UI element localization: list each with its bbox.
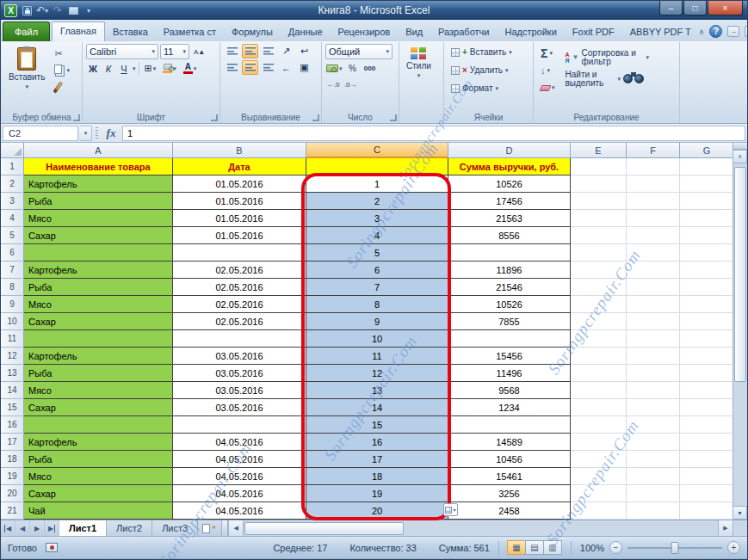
cell-revenue-row8[interactable]: 21546 [448,279,571,296]
cell-col-e-row13[interactable] [571,365,627,382]
column-header-F[interactable]: F [627,143,680,158]
column-header-C[interactable]: C [306,143,448,158]
column-header-B[interactable]: B [173,143,306,158]
next-sheet-button[interactable]: ▶ [30,520,45,536]
format-cells-button[interactable]: Формат▾ [448,80,516,96]
cell-product-row15[interactable]: Сахар [24,399,173,416]
cell-col-e-row14[interactable] [571,382,627,399]
page-break-view-button[interactable]: ▥ [543,540,562,555]
horizontal-scroll-thumb[interactable] [244,522,404,535]
close-button[interactable]: × [708,1,743,15]
row-header-6[interactable]: 6 [1,244,24,262]
cell-product-row18[interactable]: Рыба [24,451,173,468]
cell-col-e-row19[interactable] [571,468,627,485]
italic-button[interactable]: К [102,61,115,76]
cell-date-row7[interactable]: 02.05.2016 [173,262,306,279]
cell-col-g-row9[interactable] [680,296,734,313]
cell-date-row6[interactable] [173,244,306,262]
cell-col-g-row16[interactable] [680,416,734,434]
cell-number-row8[interactable]: 7 [306,279,448,296]
align-left-button[interactable] [224,60,240,75]
row-header-15[interactable]: 15 [1,399,24,416]
decrease-decimal-button[interactable]: .0→ [343,77,358,92]
font-size-select[interactable]: 11▾ [160,44,189,59]
select-all-corner[interactable] [1,143,24,158]
cell-col-f-row8[interactable] [627,279,680,296]
cell-col-g-row13[interactable] [680,365,734,382]
cell-date-row4[interactable]: 01.05.2016 [173,210,306,227]
cell-number-row13[interactable]: 12 [306,365,448,382]
cell-product-row5[interactable]: Сахар [24,227,173,244]
row-header-11[interactable]: 11 [1,330,24,348]
cell-col-e-row18[interactable] [571,451,627,468]
zoom-level[interactable]: 100% [580,543,604,553]
cell-revenue-row7[interactable]: 11896 [448,262,571,279]
cell-product-row12[interactable]: Картофель [24,348,173,365]
cell-product-row11[interactable] [24,330,173,348]
tab-Вид[interactable]: Вид [398,22,430,41]
cell-col-e-row9[interactable] [571,296,627,313]
cell-number-row18[interactable]: 17 [306,451,448,468]
styles-button[interactable]: Стили ▾ [403,44,435,80]
cell-number-row11[interactable]: 10 [306,330,448,348]
cell-col-e-row4[interactable] [571,210,627,227]
cell-col-e-row21[interactable] [571,502,627,520]
cell-col-f-row9[interactable] [627,296,680,313]
cell-number-row7[interactable]: 6 [306,262,448,279]
row-header-19[interactable]: 19 [1,468,24,485]
row-header-5[interactable]: 5 [1,227,24,244]
font-name-select[interactable]: Calibri▾ [86,44,158,59]
tab-Разметка ст[interactable]: Разметка ст [156,22,224,41]
cell-col-e-row7[interactable] [571,262,627,279]
zoom-out-button[interactable]: − [609,541,622,554]
cell-col-e-row6[interactable] [571,244,627,262]
cell-date-row11[interactable] [173,330,306,348]
sheet-tab-Лист2[interactable]: Лист2 [107,520,152,536]
cell-number-row1[interactable] [306,158,448,175]
cell-product-row14[interactable]: Мясо [24,382,173,399]
cell-col-f-row13[interactable] [627,365,680,382]
cell-col-e-row8[interactable] [571,279,627,296]
cell-revenue-row16[interactable] [448,416,571,434]
cell-date-row5[interactable]: 01.05.2016 [173,227,306,244]
cell-revenue-row13[interactable]: 11496 [448,365,571,382]
font-color-button[interactable]: А▾ [181,61,200,76]
tab-ABBYY PDF T[interactable]: ABBYY PDF T [622,22,699,41]
cell-col-g-row5[interactable] [680,227,734,244]
cell-col-e-row10[interactable] [571,313,627,330]
cell-number-row10[interactable]: 9 [306,313,448,330]
cell-revenue-row11[interactable] [448,330,571,348]
previous-sheet-button[interactable]: ◀ [15,520,30,536]
cell-number-row2[interactable]: 1 [306,175,448,193]
workbook-minimize-button[interactable]: – [727,26,739,37]
zoom-slider[interactable] [627,547,722,549]
cell-number-row15[interactable]: 14 [306,399,448,416]
formula-input[interactable]: 1 [122,126,745,141]
cell-col-g-row17[interactable] [680,434,734,451]
cell-product-row17[interactable]: Картофель [24,434,173,451]
cell-number-row5[interactable]: 4 [306,227,448,244]
cell-number-row21[interactable]: 20 [306,502,448,520]
cell-col-e-row12[interactable] [571,348,627,365]
cell-number-row19[interactable]: 18 [306,468,448,485]
cell-col-g-row19[interactable] [680,468,734,485]
undo-button[interactable]: ↶▾ [36,3,48,17]
row-header-9[interactable]: 9 [1,296,24,313]
cell-col-g-row3[interactable] [680,193,734,210]
cell-date-row14[interactable]: 03.05.2016 [173,382,306,399]
last-sheet-button[interactable]: ▶ [45,520,59,536]
cell-revenue-row17[interactable]: 14589 [448,434,571,451]
align-middle-button[interactable] [242,44,258,58]
macro-record-button[interactable] [46,543,58,552]
cell-product-row21[interactable]: Чай [24,502,173,520]
cell-date-row15[interactable]: 03.05.2016 [173,399,306,416]
merge-center-button[interactable]: ▣ [296,60,312,75]
cell-number-row4[interactable]: 3 [306,210,448,227]
tab-Формулы[interactable]: Формулы [224,22,281,41]
cell-product-row20[interactable]: Сахар [24,485,173,502]
cell-col-f-row3[interactable] [627,193,680,210]
cell-col-e-row17[interactable] [571,434,627,451]
percent-format-button[interactable]: % [345,61,361,76]
cell-number-row3[interactable]: 2 [306,193,448,210]
first-sheet-button[interactable]: ◀ [1,520,15,536]
